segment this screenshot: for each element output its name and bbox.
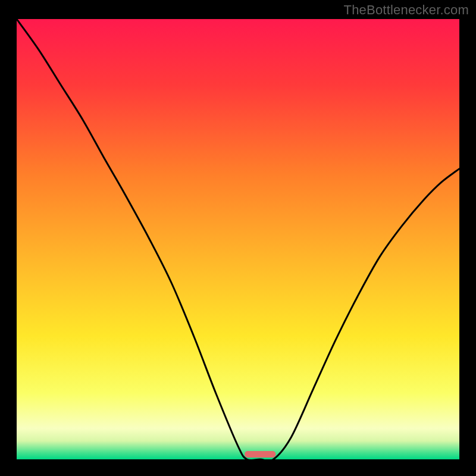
gradient-background bbox=[17, 19, 459, 459]
optimal-range-marker bbox=[245, 451, 275, 458]
bottleneck-chart bbox=[17, 19, 459, 459]
attribution-text: TheBottlenecker.com bbox=[344, 2, 469, 18]
chart-frame: TheBottlenecker.com bbox=[0, 0, 476, 476]
